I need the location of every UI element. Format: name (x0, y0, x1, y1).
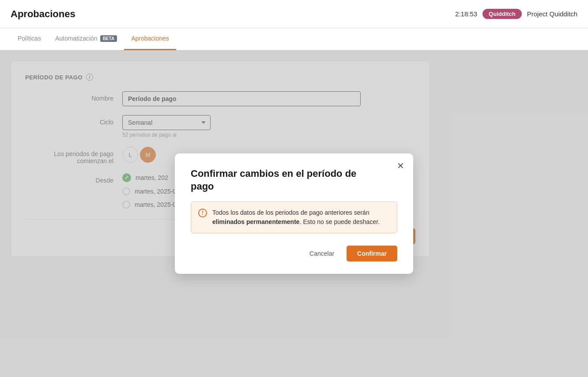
modal-close-button[interactable]: ✕ (397, 161, 404, 170)
modal-warning-box: ! Todos los datos de los periodos de pag… (191, 202, 397, 233)
modal-confirm-button[interactable]: Confirmar (347, 246, 397, 261)
tab-automatizacion[interactable]: Automatización BETA (48, 28, 124, 50)
project-badge: Quidditch (482, 9, 522, 19)
project-name: Project Quidditch (527, 10, 577, 18)
modal-overlay: ✕ Confirmar cambios en el período de pag… (0, 50, 588, 377)
tab-aprobaciones[interactable]: Aprobaciones (124, 28, 176, 50)
warning-text-pre: Todos los datos de los periodos de pago … (212, 209, 369, 216)
tab-politicas[interactable]: Políticas (11, 28, 48, 50)
header: Aprobaciones 2:18:53 Quidditch Project Q… (0, 0, 588, 28)
page-title: Aprobaciones (11, 8, 75, 20)
header-time: 2:18:53 (455, 10, 477, 18)
warning-icon: ! (198, 209, 207, 217)
modal-warning-text: Todos los datos de los periodos de pago … (212, 208, 390, 227)
warning-text-bold: eliminados permanentemente (212, 218, 300, 225)
warning-text-post: . Esto no se puede deshacer. (300, 218, 380, 225)
confirm-modal: ✕ Confirmar cambios en el período de pag… (175, 153, 413, 274)
main-content: PERÍODO DE PAGO i Nombre Ciclo Semanal Q… (0, 50, 588, 377)
tab-bar: Políticas Automatización BETA Aprobacion… (0, 28, 588, 50)
modal-cancel-button[interactable]: Cancelar (302, 246, 341, 261)
modal-footer: Cancelar Confirmar (191, 246, 397, 261)
header-right: 2:18:53 Quidditch Project Quidditch (455, 9, 577, 19)
beta-badge: BETA (100, 35, 117, 42)
modal-title: Confirmar cambios en el período de pago (191, 168, 376, 193)
